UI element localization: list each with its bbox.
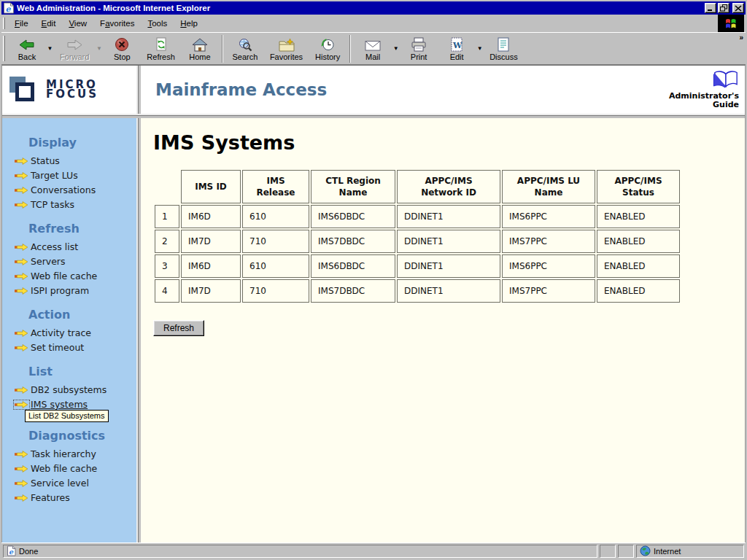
table-cell: ENABLED [597,230,680,253]
back-dropdown-icon[interactable]: ▼ [46,34,54,63]
menu-favorites[interactable]: Favorites [93,17,141,30]
ie-document-icon: e [7,545,16,558]
table-cell: IMS7DBDC [311,230,395,253]
table-cell: IMS6PPC [502,205,595,228]
banner-frame: Mainframe Access Administrator's Guide [141,66,745,114]
close-button[interactable] [732,3,744,13]
sidebar-item-conversations[interactable]: Conversations [15,184,136,195]
menu-edit[interactable]: Edit [35,17,63,30]
toolbar-gripper[interactable] [3,36,5,61]
favorites-button[interactable]: Favorites [264,34,309,63]
column-header-appc-ims-network-id: APPC/IMS Network ID [397,170,500,203]
sidebar-section-action: Action Activity trace Set timeout [2,308,136,353]
menu-file[interactable]: File [8,17,35,30]
title-bar: e Web Administration - Microsoft Interne… [1,1,746,15]
window-title: Web Administration - Microsoft Internet … [17,4,703,12]
stop-button[interactable]: Stop [103,34,141,63]
table-cell: IMS6DBDC [311,205,395,228]
table-cell: 1 [155,205,179,228]
home-icon [192,37,208,52]
edit-icon: W [450,37,463,52]
sidebar-item-servers[interactable]: Servers [15,256,136,267]
home-button[interactable]: Home [181,34,219,63]
arrow-bullet-icon [15,287,28,295]
status-pane-empty [618,545,634,558]
column-header-ims-release: IMS Release [242,170,309,203]
windows-flag-throbber-icon [718,15,744,32]
menubar-gripper[interactable] [3,18,5,30]
page-title: IMS Systems [153,131,745,154]
column-header-ctl-region-name: CTL Region Name [311,170,395,203]
sidebar-item-ims-systems[interactable]: IMS systems List DB2 Subsystems [15,399,136,410]
discuss-button[interactable]: Discuss [484,34,524,63]
table-cell: IMS7PPC [502,230,595,253]
status-bar: e Done Internet [1,542,746,559]
edit-button[interactable]: W Edit [438,34,476,63]
search-button[interactable]: Search [226,34,264,63]
sidebar-item-web-file-cache-diag[interactable]: Web file cache [15,463,136,474]
minimize-icon [707,4,714,12]
sidebar-item-status[interactable]: Status [15,155,136,166]
sidebar-item-features[interactable]: Features [15,492,136,503]
sidebar-item-target-lus[interactable]: Target LUs [15,170,136,181]
mail-dropdown-icon[interactable]: ▼ [392,34,400,63]
column-header-ims-id: IMS ID [181,170,241,203]
sidebar-heading-refresh: Refresh [28,222,136,236]
arrow-bullet-icon [15,187,28,194]
table-cell: IM6D [181,254,241,278]
arrow-bullet-icon [15,401,28,408]
table-cell: 4 [155,279,179,303]
column-header-appc-ims-lu-name: APPC/IMS LU Name [502,170,595,203]
sidebar-section-list: List DB2 subsystems IMS systems List DB2… [2,365,136,410]
sidebar-item-ispi-program[interactable]: ISPI program [15,285,136,296]
globe-icon [640,545,651,558]
history-icon [320,37,336,52]
table-cell: DDINET1 [397,279,500,303]
edit-dropdown-icon[interactable]: ▼ [476,34,484,63]
svg-text:W: W [452,40,462,50]
history-button[interactable]: History [309,34,347,63]
stop-icon [115,37,129,52]
sidebar-item-set-timeout[interactable]: Set timeout [15,342,136,353]
sidebar-item-tcp-tasks[interactable]: TCP tasks [15,199,136,210]
menu-tools[interactable]: Tools [141,17,174,30]
restore-button[interactable] [718,3,729,13]
administrators-guide-link[interactable]: Administrator's Guide [669,70,739,109]
refresh-icon [154,37,169,52]
table-cell: ENABLED [597,279,680,303]
mail-button[interactable]: Mail [354,34,392,63]
arrow-bullet-icon [15,451,28,458]
sidebar-item-access-list[interactable]: Access list [15,241,136,252]
sidebar-item-activity-trace[interactable]: Activity trace [15,327,136,338]
minimize-button[interactable] [705,3,716,13]
page-content: MICRO FOCUS Mainframe Access Administrat… [1,65,746,542]
table-cell: IMS7PPC [502,279,595,303]
forward-dropdown-icon[interactable]: ▼ [95,34,103,63]
menu-view[interactable]: View [62,17,93,30]
back-button[interactable]: Back [8,34,46,63]
header-frame: MICRO FOCUS Mainframe Access Administrat… [2,66,745,114]
sidebar-item-task-hierarchy[interactable]: Task hierarchy [15,448,136,459]
ie-logo-icon: e [3,2,15,14]
table-cell: 2 [155,230,179,253]
menu-bar: File Edit View Favorites Tools Help [1,15,746,32]
sidebar-item-db2-subsystems[interactable]: DB2 subsystems [15,384,136,395]
table-cell: 710 [242,230,309,253]
refresh-button-toolbar[interactable]: Refresh [141,34,181,63]
search-icon [238,37,252,52]
sidebar-item-web-file-cache[interactable]: Web file cache [15,271,136,281]
sidebar-item-service-level[interactable]: Service level [15,478,136,489]
menu-help[interactable]: Help [174,17,204,30]
toolbar-overflow-chevron[interactable]: » [739,34,743,42]
micro-focus-logo: MICRO FOCUS [9,74,98,106]
table-cell: 710 [242,279,309,303]
table-cell: IM7D [181,279,241,303]
forward-button[interactable]: Forward [54,34,95,63]
table-row: 3 IM6D 610 IMS6DBDC DDINET1 IMS6PPC ENAB… [155,254,680,278]
refresh-button[interactable]: Refresh [153,320,204,336]
tooltip: List DB2 Subsystems [25,410,109,422]
logo-text: MICRO FOCUS [46,80,98,99]
security-zone-pane: Internet [636,545,744,558]
print-button[interactable]: Print [400,34,438,63]
arrow-bullet-icon [15,258,28,265]
